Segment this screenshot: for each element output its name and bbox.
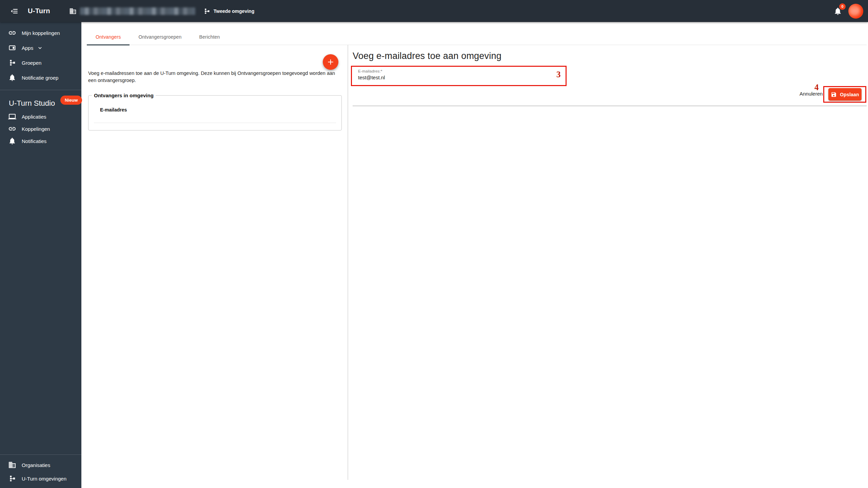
sidebar-item-applicaties[interactable]: Applicaties xyxy=(0,110,81,123)
hierarchy-icon xyxy=(8,474,16,483)
save-button[interactable]: Opslaan xyxy=(828,88,862,101)
intro-text: Voeg e-mailadressen toe aan de U-Turn om… xyxy=(88,70,344,84)
sidebar-bottom-divider xyxy=(0,454,81,455)
link-icon xyxy=(8,125,16,133)
sidebar-item-label: Apps xyxy=(22,45,33,51)
environment-name: Tweede omgeving xyxy=(214,8,254,14)
notification-count-badge: 0 xyxy=(839,3,846,10)
save-button-label: Opslaan xyxy=(840,92,859,97)
plus-icon xyxy=(326,58,335,66)
sidebar-item-label: Notificatie groep xyxy=(22,75,58,81)
apps-icon xyxy=(8,44,16,52)
building-icon xyxy=(69,7,77,15)
email-field-value[interactable]: test@test.nl xyxy=(358,75,867,80)
organisation-name-redacted xyxy=(80,7,195,15)
recipients-box-legend: Ontvangers in omgeving xyxy=(92,93,156,98)
sidebar-item-apps[interactable]: Apps xyxy=(0,40,81,55)
studio-section-title: U-Turn Studio xyxy=(9,99,55,107)
sidebar-item-label: Applicaties xyxy=(22,114,46,120)
sidebar-item-label: Mijn koppelingen xyxy=(22,30,60,36)
sidebar-item-groepen[interactable]: Groepen xyxy=(0,55,81,70)
topbar: U-Turn Tweede omgeving 0 xyxy=(0,0,868,22)
menu-open-icon[interactable] xyxy=(8,5,20,17)
recipients-in-environment-box: Ontvangers in omgeving E-mailadres xyxy=(88,93,342,130)
add-email-form: Voeg e-mailadres toe aan omgeving E-mail… xyxy=(353,45,867,80)
tab-berichten[interactable]: Berichten xyxy=(191,29,229,45)
tabbar: Ontvangers Ontvangersgroepen Berichten xyxy=(87,29,867,45)
cancel-button[interactable]: Annuleren xyxy=(800,91,823,97)
sidebar: Mijn koppelingen Apps Groepen Notificati… xyxy=(0,22,81,488)
email-field[interactable]: E-mailadres:* test@test.nl xyxy=(353,68,867,80)
nieuw-badge: Nieuw xyxy=(60,96,82,105)
tab-ontvangersgroepen[interactable]: Ontvangersgroepen xyxy=(130,29,190,45)
hierarchy-icon xyxy=(8,59,16,67)
sidebar-item-organisaties[interactable]: Organisaties xyxy=(0,458,81,472)
notifications-button[interactable]: 0 xyxy=(832,5,844,17)
sidebar-item-label: U-Turn omgevingen xyxy=(22,476,66,482)
form-title: Voeg e-mailadres toe aan omgeving xyxy=(353,51,867,61)
laptop-icon xyxy=(8,113,16,121)
link-icon xyxy=(8,29,16,37)
sidebar-item-label: Koppelingen xyxy=(22,126,50,132)
building-icon xyxy=(8,461,16,469)
environment-chip[interactable]: Tweede omgeving xyxy=(203,8,254,15)
email-field-label: E-mailadres:* xyxy=(358,69,867,73)
bell-icon xyxy=(8,137,16,145)
email-column-header: E-mailadres xyxy=(100,107,341,113)
hierarchy-icon xyxy=(203,8,210,15)
sidebar-item-label: Notificaties xyxy=(22,138,46,144)
sidebar-item-label: Organisaties xyxy=(22,462,50,468)
app-title: U-Turn xyxy=(28,7,50,15)
email-field-underline xyxy=(353,106,867,106)
panel-divider xyxy=(348,45,348,480)
sidebar-item-notificaties[interactable]: Notificaties xyxy=(0,135,81,147)
add-recipient-button[interactable] xyxy=(323,54,338,70)
sidebar-item-uturn-omgevingen[interactable]: U-Turn omgevingen xyxy=(0,472,81,485)
sidebar-item-label: Groepen xyxy=(22,60,41,66)
sidebar-item-mijn-koppelingen[interactable]: Mijn koppelingen xyxy=(0,25,81,40)
organisation-chip[interactable] xyxy=(69,7,195,15)
avatar[interactable] xyxy=(848,4,863,19)
studio-section-header: U-Turn Studio Nieuw xyxy=(0,90,81,110)
tab-ontvangers[interactable]: Ontvangers xyxy=(87,29,130,45)
save-icon xyxy=(831,92,837,98)
chevron-down-icon xyxy=(37,44,43,51)
form-actions: Annuleren Opslaan xyxy=(353,88,867,102)
bell-icon xyxy=(8,74,16,82)
table-header-rule xyxy=(94,123,336,123)
sidebar-item-notificatie-groep[interactable]: Notificatie groep xyxy=(0,70,81,85)
sidebar-item-koppelingen[interactable]: Koppelingen xyxy=(0,123,81,135)
